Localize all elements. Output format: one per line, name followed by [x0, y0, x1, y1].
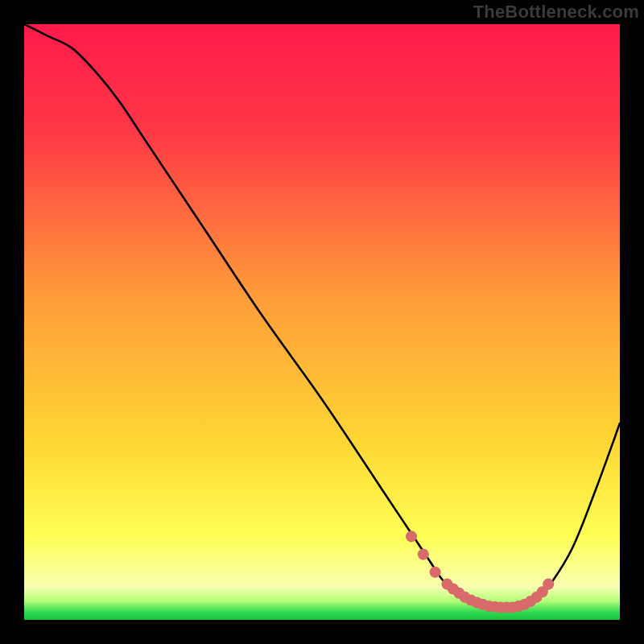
dot	[406, 530, 417, 542]
bottleneck-curve	[24, 24, 620, 608]
watermark-text: TheBottleneck.com	[473, 2, 639, 23]
plot-area	[24, 24, 620, 620]
dot	[430, 567, 441, 578]
dot	[418, 549, 429, 560]
dot	[543, 579, 554, 590]
curve-layer	[24, 24, 620, 620]
highlight-dots	[406, 530, 554, 613]
chart-frame: TheBottleneck.com	[0, 0, 644, 644]
